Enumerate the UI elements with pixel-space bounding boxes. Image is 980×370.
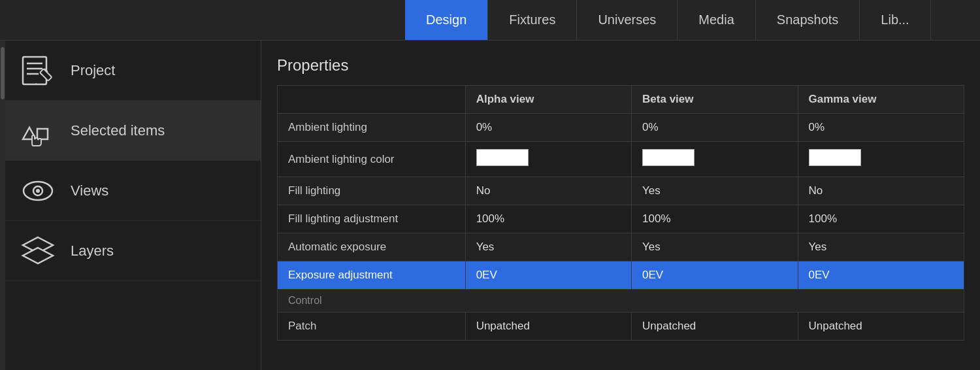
sidebar-item-project-label: Project	[71, 62, 115, 79]
table-row: Automatic exposure Yes Yes Yes	[278, 233, 964, 261]
layers-icon	[18, 233, 57, 269]
row-label: Fill lighting adjustment	[278, 205, 466, 233]
sidebar-item-selected-items[interactable]: Selected items	[5, 101, 261, 161]
table-row: Fill lighting No Yes No	[278, 177, 964, 205]
section-label: Control	[278, 290, 964, 312]
top-nav: Design Fixtures Universes Media Snapshot…	[0, 0, 980, 41]
row-gamma[interactable]	[798, 142, 964, 177]
sidebar-item-selected-items-label: Selected items	[71, 122, 165, 139]
row-beta: Unpatched	[632, 312, 798, 341]
row-gamma: 100%	[798, 205, 964, 233]
row-alpha: No	[465, 177, 631, 205]
svg-marker-13	[23, 248, 53, 263]
table-row: Ambient lighting 0% 0% 0%	[278, 114, 964, 142]
row-alpha[interactable]	[465, 142, 631, 177]
tab-snapshots[interactable]: Snapshots	[756, 0, 860, 40]
scroll-thumb	[1, 47, 5, 99]
project-icon	[18, 52, 57, 88]
row-alpha: 100%	[465, 205, 631, 233]
row-gamma: Yes	[798, 233, 964, 261]
tab-universes[interactable]: Universes	[577, 0, 678, 40]
table-row: Ambient lighting color	[278, 142, 964, 177]
sidebar: Project Selected items	[0, 41, 261, 370]
row-label: Ambient lighting	[278, 114, 466, 142]
row-beta[interactable]	[632, 142, 798, 177]
row-beta-highlighted: 0EV	[632, 261, 798, 290]
main-area: Project Selected items	[0, 41, 980, 370]
sidebar-scrollbar[interactable]	[0, 41, 5, 370]
color-swatch-alpha[interactable]	[476, 149, 529, 166]
row-beta: Yes	[632, 177, 798, 205]
tab-fixtures[interactable]: Fixtures	[488, 0, 577, 40]
sidebar-item-layers-label: Layers	[71, 243, 114, 260]
sidebar-item-views-label: Views	[71, 182, 108, 199]
svg-point-11	[36, 189, 40, 193]
svg-rect-8	[37, 129, 48, 139]
row-beta: 100%	[632, 205, 798, 233]
table-row: Fill lighting adjustment 100% 100% 100%	[278, 205, 964, 233]
row-beta: 0%	[632, 114, 798, 142]
row-gamma-highlighted: 0EV	[798, 261, 964, 290]
table-row-highlighted[interactable]: Exposure adjustment 0EV 0EV 0EV	[278, 261, 964, 290]
row-label-highlighted: Exposure adjustment	[278, 261, 466, 290]
sidebar-item-project[interactable]: Project	[5, 41, 261, 101]
sidebar-items: Project Selected items	[5, 41, 261, 370]
row-alpha: Yes	[465, 233, 631, 261]
row-gamma: 0%	[798, 114, 964, 142]
sidebar-item-views[interactable]: Views	[5, 161, 261, 221]
row-alpha: Unpatched	[465, 312, 631, 341]
tab-media[interactable]: Media	[678, 0, 755, 40]
row-gamma: No	[798, 177, 964, 205]
row-label: Patch	[278, 312, 466, 341]
col-header-beta: Beta view	[632, 86, 798, 114]
tab-lib[interactable]: Lib...	[860, 0, 930, 40]
row-alpha-highlighted: 0EV	[465, 261, 631, 290]
selected-items-icon	[18, 112, 57, 148]
color-swatch-beta[interactable]	[642, 149, 694, 166]
col-header-empty	[278, 86, 466, 114]
row-alpha: 0%	[465, 114, 631, 142]
col-header-alpha: Alpha view	[465, 86, 631, 114]
row-label: Automatic exposure	[278, 233, 466, 261]
col-header-gamma: Gamma view	[798, 86, 964, 114]
row-gamma: Unpatched	[798, 312, 964, 341]
properties-title: Properties	[277, 56, 964, 75]
table-section-header: Control	[278, 290, 964, 312]
properties-table: Alpha view Beta view Gamma view Ambient …	[277, 85, 964, 341]
color-swatch-gamma[interactable]	[809, 149, 861, 166]
tab-design[interactable]: Design	[405, 0, 488, 40]
table-row: Patch Unpatched Unpatched Unpatched	[278, 312, 964, 341]
row-label: Fill lighting	[278, 177, 466, 205]
views-icon	[18, 173, 57, 209]
row-label: Ambient lighting color	[278, 142, 466, 177]
row-beta: Yes	[632, 233, 798, 261]
sidebar-item-layers[interactable]: Layers	[5, 221, 261, 281]
content-area: Properties Alpha view Beta view Gamma vi…	[261, 41, 980, 370]
